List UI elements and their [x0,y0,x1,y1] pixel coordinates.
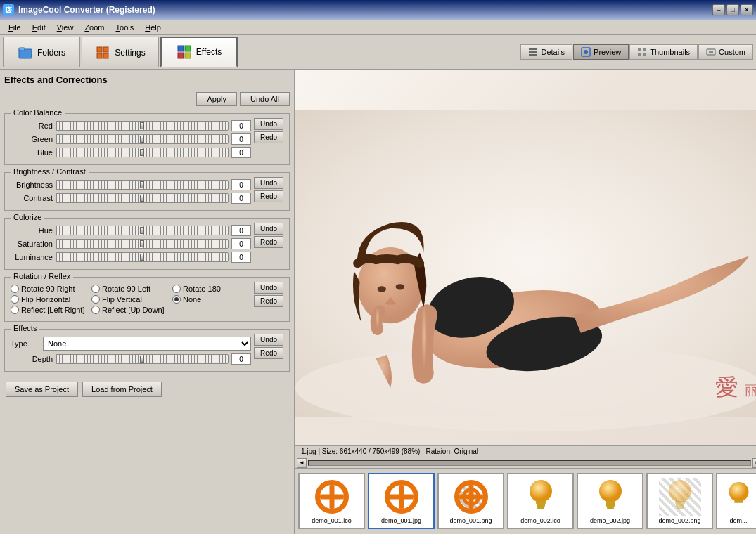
rotate90left-option[interactable]: Rotate 90 Left [91,285,170,293]
thumbnail-more[interactable]: dem... [716,473,756,529]
rotate90right-option[interactable]: Rotate 90 Right [11,285,89,293]
view-custom-button[interactable]: Custom [698,44,753,60]
effects-undo[interactable]: Undo [254,334,283,346]
menu-zoom[interactable]: Zoom [79,22,110,33]
luminance-value[interactable] [231,252,251,263]
minimize-button[interactable]: – [712,4,725,15]
flipvertical-radio[interactable] [91,295,100,304]
thumbnail-demo001-jpg[interactable]: demo_001.jpg [368,473,435,529]
rotate180-radio[interactable] [172,285,181,293]
restore-button[interactable]: □ [726,4,739,15]
menu-view[interactable]: View [51,22,79,33]
thumbnail-demo002-png[interactable]: demo_002.png [646,473,713,529]
rotation-content: Rotate 90 Right Rotate 90 Left Rotate 18… [11,282,283,317]
effects-redo[interactable]: Redo [254,347,283,359]
bottom-buttons: Save as Project Load from Project [4,379,290,400]
blue-value[interactable] [231,147,251,158]
tab-effects[interactable]: Effects [160,37,238,67]
none-option[interactable]: None [172,295,251,304]
menu-tools[interactable]: Tools [110,22,140,33]
fliphorizontal-option[interactable]: Flip Horizontal [11,295,89,304]
view-details-button[interactable]: Details [520,44,572,60]
color-balance-undo[interactable]: Undo [254,118,283,130]
colorize-undo-redo: Undo Redo [254,223,283,265]
lightbulb-icon-1 [527,478,555,515]
custom-icon [706,47,716,57]
red-value[interactable] [231,120,251,131]
thumb-label-demo001-ico: demo_001.ico [311,516,352,525]
thumbnail-demo002-jpg[interactable]: demo_002.jpg [577,473,643,529]
save-project-button[interactable]: Save as Project [6,382,78,397]
tab-folders-label: Folders [37,48,65,58]
none-radio[interactable] [172,295,181,304]
fliphorizontal-radio[interactable] [11,295,19,304]
scroll-left[interactable]: ◄ [297,458,307,468]
svg-rect-44 [734,500,743,503]
saturation-value[interactable] [231,238,251,249]
contrast-label: Contrast [11,194,53,202]
green-value[interactable] [231,134,251,145]
green-slider[interactable] [56,134,229,144]
brightness-contrast-label: Brightness / Contrast [11,167,89,176]
view-preview-button[interactable]: Preview [573,44,629,60]
thumb-img-demo002-jpg [589,478,632,516]
scroll-right[interactable]: ► [752,458,756,468]
svg-rect-2 [97,47,102,52]
effects-content: Type None Blur Sharpen Emboss Edge Detec… [11,334,283,367]
colorize-content: Hue Saturation [11,223,283,265]
thumb-img-demo002-png [659,478,701,516]
tab-settings[interactable]: Settings [82,37,159,67]
menu-help[interactable]: Help [139,22,167,33]
depth-label: Depth [11,355,53,363]
red-row: Red [11,120,251,131]
menu-file[interactable]: File [3,22,27,33]
flipvertical-option[interactable]: Flip Vertical [91,295,170,304]
rotation-undo[interactable]: Undo [254,282,283,294]
hue-slider[interactable] [56,226,229,235]
color-balance-redo[interactable]: Redo [254,131,283,143]
scroll-track[interactable] [308,460,751,466]
hue-value[interactable] [231,225,251,236]
reflectud-radio[interactable] [91,306,100,314]
contrast-value[interactable] [231,193,251,204]
contrast-slider[interactable] [56,193,229,203]
colorize-undo[interactable]: Undo [254,223,283,235]
saturation-slider[interactable] [56,239,229,249]
left-panel: Effects and Corrections Apply Undo All C… [0,70,295,534]
rotate90right-radio[interactable] [11,285,19,293]
tab-folders[interactable]: Folders [3,37,80,67]
menu-edit[interactable]: Edit [27,22,51,33]
luminance-slider[interactable] [56,252,229,262]
close-button[interactable]: ✕ [741,4,753,15]
reflectud-option[interactable]: Reflect [Up Down] [91,306,170,314]
svg-rect-38 [607,507,614,509]
rotate180-option[interactable]: Rotate 180 [172,285,251,293]
reflectlr-option[interactable]: Reflect [Left Right] [11,306,89,314]
reflectlr-radio[interactable] [11,306,19,314]
rotation-redo[interactable]: Redo [254,295,283,307]
colorize-section: Colorize Hue Saturation [4,218,290,270]
view-thumbnails-button[interactable]: Thumbnails [629,44,698,60]
brightness-undo[interactable]: Undo [254,177,283,189]
depth-value[interactable] [231,353,251,365]
brightness-value[interactable] [231,179,251,190]
thumbnail-demo001-ico[interactable]: demo_001.ico [298,473,365,529]
thumb-img-more [717,478,756,516]
type-select[interactable]: None Blur Sharpen Emboss Edge Detect [43,337,251,351]
brightness-slider[interactable] [56,180,229,190]
colorize-redo[interactable]: Redo [254,236,283,248]
apply-button[interactable]: Apply [196,92,237,106]
luminance-row: Luminance [11,252,251,263]
undo-all-button[interactable]: Undo All [240,92,290,106]
svg-rect-40 [675,501,685,504]
red-slider[interactable] [56,121,229,131]
rotate90left-radio[interactable] [91,285,100,293]
depth-slider[interactable] [56,354,229,364]
load-project-button[interactable]: Load from Project [82,382,162,397]
svg-point-27 [378,286,386,292]
thumbnail-demo001-png[interactable]: demo_001.png [437,473,504,529]
thumb-label-demo002-jpg: demo_002.jpg [589,516,631,525]
brightness-redo[interactable]: Redo [254,190,283,202]
thumbnail-demo002-ico[interactable]: demo_002.ico [507,473,574,529]
blue-slider[interactable] [56,148,229,157]
